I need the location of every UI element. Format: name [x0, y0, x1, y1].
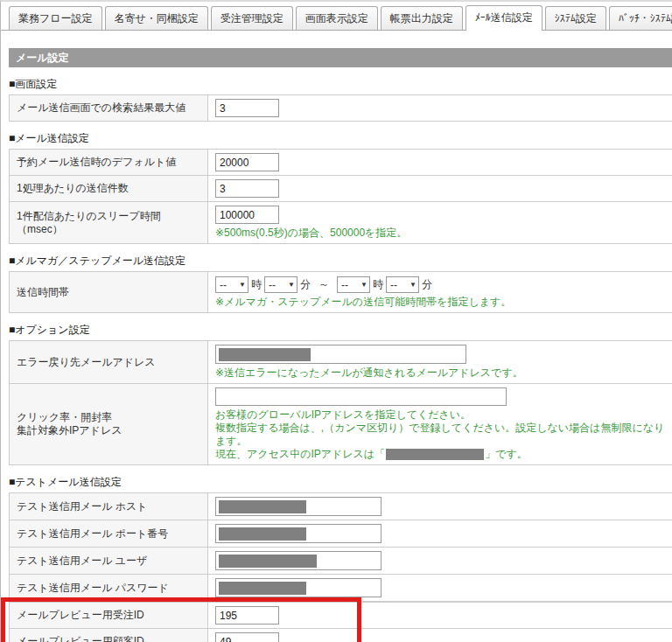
tab-merge-bundle-settings[interactable]: 名寄せ・同梱設定 [105, 6, 208, 30]
redacted-value [219, 555, 317, 568]
redacted-value [219, 582, 306, 595]
current-ip-prefix: 現在、アクセス中のIPアドレスは「 [215, 448, 385, 460]
table-row: メールプレビュー用受注ID [10, 603, 672, 629]
field-label-error-return-email: エラー戻り先メールアドレス [10, 341, 208, 384]
page-title: メール設定 [16, 52, 69, 64]
settings-content: メール設定 ■画面設定 メール送信画面での検索結果最大値 ■メール送信設定 予約… [9, 48, 672, 642]
send-time-start-minute-select[interactable]: -- ▼ [264, 276, 298, 293]
page-title-bar: メール設定 [9, 48, 672, 67]
table-row: 送信時間帯 -- ▼ 時 -- ▼ 分 [10, 272, 672, 313]
select-value: -- [390, 279, 397, 291]
send-time-end-minute-select[interactable]: -- ▼ [386, 276, 419, 293]
section-title-magazine: ■メルマガ／ステップメール送信設定 [9, 255, 672, 268]
sleep-time-input[interactable] [215, 206, 279, 224]
field-label-search-max: メール送信画面での検索結果最大値 [10, 95, 208, 122]
test-mail-password-input[interactable] [215, 578, 382, 597]
section-test-mail-settings: ■テストメール送信設定 テスト送信用メール ホスト テスト送信用メール ポート番… [9, 476, 672, 642]
section-title-mail-send: ■メール送信設定 [9, 132, 672, 145]
section-title-test-mail: ■テストメール送信設定 [9, 476, 672, 489]
chevron-down-icon: ▼ [288, 282, 295, 289]
field-label-send-time-range: 送信時間帯 [10, 272, 208, 313]
table-row: 1処理あたりの送信件数 [10, 176, 672, 202]
field-label-test-password: テスト送信用メール パスワード [10, 575, 208, 602]
test-mail-port-input[interactable] [215, 524, 382, 543]
sleep-time-label-line1: 1件配信あたりのスリープ時間 [17, 210, 161, 222]
section-title-option: ■オプション設定 [9, 324, 672, 337]
table-row: クリック率・開封率 集計対象外IPアドレス お客様のグローバルIPアドレスを指定… [10, 384, 672, 465]
range-tilde: ～ [318, 277, 329, 292]
settings-page: 業務フロー設定 名寄せ・同梱設定 受注管理設定 画面表示設定 帳票出力設定 ﾒｰ… [0, 0, 672, 642]
hour-unit-label: 時 [373, 277, 383, 292]
field-label-test-user: テスト送信用メール ユーザ [10, 548, 208, 575]
tab-order-management-settings[interactable]: 受注管理設定 [211, 6, 293, 30]
current-ip-suffix: 」です。 [485, 448, 528, 460]
table-row: 1件配信あたりのスリープ時間 （msec） ※500ms(0.5秒)の場合、50… [10, 202, 672, 244]
table-row: メールプレビュー用顧客ID [10, 629, 672, 642]
per-process-send-count-input[interactable] [215, 179, 279, 198]
table-row: エラー戻り先メールアドレス ※送信エラーになったメールが通知されるメールアドレス… [10, 341, 672, 384]
chevron-down-icon: ▼ [410, 282, 416, 289]
field-label-sleep-time: 1件配信あたりのスリープ時間 （msec） [10, 202, 208, 244]
redacted-value [219, 348, 311, 361]
table-row: テスト送信用メール ユーザ [10, 548, 672, 575]
send-time-range-controls: -- ▼ 時 -- ▼ 分 ～ -- [215, 276, 665, 293]
table-row: テスト送信用メール ポート番号 [10, 520, 672, 548]
preview-customer-id-input[interactable] [215, 632, 279, 642]
field-label-excluded-ip: クリック率・開封率 集計対象外IPアドレス [10, 384, 208, 465]
excluded-ip-label-line1: クリック率・開封率 [17, 411, 112, 423]
tab-business-flow-settings[interactable]: 業務フロー設定 [9, 6, 102, 30]
table-row: メール送信画面での検索結果最大値 [10, 95, 672, 122]
section-option-settings: ■オプション設定 エラー戻り先メールアドレス ※送信エラーになったメールが通知さ… [9, 324, 672, 465]
send-time-range-note: ※メルマガ・ステップメールの送信可能時間帯を指定します。 [215, 296, 665, 309]
redacted-value [219, 500, 306, 513]
table-row: 予約メール送信時のデフォルト値 [10, 150, 672, 176]
section-mail-send-settings: ■メール送信設定 予約メール送信時のデフォルト値 1処理あたりの送信件数 [9, 132, 672, 244]
select-value: -- [341, 279, 348, 291]
minute-unit-label: 分 [422, 277, 432, 292]
preview-order-id-input[interactable] [215, 606, 279, 625]
tab-bar: 業務フロー設定 名寄せ・同梱設定 受注管理設定 画面表示設定 帳票出力設定 ﾒｰ… [1, 2, 672, 31]
send-time-start-hour-select[interactable]: -- ▼ [215, 276, 248, 293]
tab-system-settings[interactable]: ｼｽﾃﾑ設定 [545, 6, 606, 30]
minute-unit-label: 分 [300, 277, 311, 292]
test-mail-user-input[interactable] [215, 551, 382, 570]
section-magazine-settings: ■メルマガ／ステップメール送信設定 送信時間帯 -- ▼ 時 -- [9, 255, 672, 313]
section-title-screen: ■画面設定 [9, 78, 672, 91]
field-label-preview-customer-id: メールプレビュー用顧客ID [10, 629, 208, 642]
sleep-time-note: ※500ms(0.5秒)の場合、500000を指定。 [215, 227, 665, 240]
field-label-test-port: テスト送信用メール ポート番号 [10, 520, 208, 548]
table-row: テスト送信用メール パスワード [10, 575, 672, 602]
sleep-time-label-line2: （msec） [17, 223, 63, 235]
tab-mail-send-settings[interactable]: ﾒｰﾙ送信設定 [466, 5, 542, 31]
excluded-ip-note-3: 現在、アクセス中のIPアドレスは「」です。 [215, 448, 665, 461]
excluded-ip-note-2: 複数指定する場合は、,（カンマ区切り）で登録してください。設定しない場合は無制限… [215, 422, 665, 448]
hour-unit-label: 時 [251, 277, 262, 292]
excluded-ip-note-1: お客様のグローバルIPアドレスを指定してください。 [215, 408, 665, 422]
highlighted-rows-wrapper: メールプレビュー用受注ID メールプレビュー用顧客ID メールプレビュー用定期申… [9, 602, 672, 642]
select-value: -- [220, 279, 227, 291]
excluded-ip-label-line2: 集計対象外IPアドレス [17, 424, 122, 436]
field-label-test-host: テスト送信用メール ホスト [10, 493, 208, 520]
redacted-value [219, 527, 306, 541]
error-return-email-note: ※送信エラーになったメールが通知されるメールアドレスです。 [215, 366, 665, 380]
chevron-down-icon: ▼ [360, 282, 368, 289]
field-label-preview-order-id: メールプレビュー用受注ID [10, 603, 208, 629]
table-row: テスト送信用メール ホスト [10, 493, 672, 520]
excluded-ip-input[interactable] [215, 387, 507, 406]
section-screen-settings: ■画面設定 メール送信画面での検索結果最大値 [9, 78, 672, 122]
field-label-per-process-count: 1処理あたりの送信件数 [10, 176, 208, 202]
field-label-reserved-default: 予約メール送信時のデフォルト値 [10, 150, 208, 176]
tab-report-output-settings[interactable]: 帳票出力設定 [381, 6, 463, 30]
select-value: -- [269, 279, 276, 291]
error-return-email-input[interactable] [215, 345, 466, 364]
tab-screen-display-settings[interactable]: 画面表示設定 [296, 6, 378, 30]
reserved-mail-default-input[interactable] [215, 153, 279, 171]
redacted-value [386, 449, 484, 460]
test-mail-host-input[interactable] [215, 497, 382, 516]
send-time-end-hour-select[interactable]: -- ▼ [337, 276, 370, 293]
search-result-max-input[interactable] [215, 99, 279, 117]
chevron-down-icon: ▼ [239, 282, 246, 289]
tab-batch-system-settings[interactable]: ﾊﾞｯﾁ・ｼｽﾃﾑ設定 [609, 6, 672, 30]
